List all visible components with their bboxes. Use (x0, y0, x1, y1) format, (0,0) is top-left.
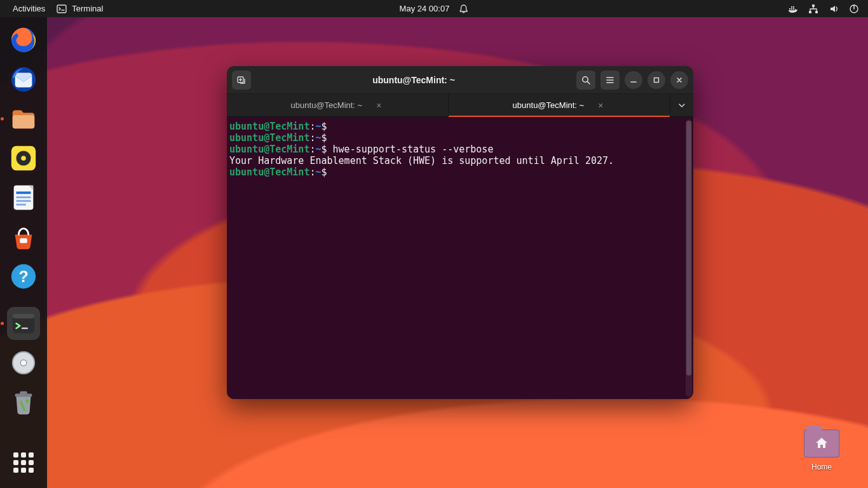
svg-text:?: ? (18, 268, 28, 285)
volume-icon[interactable] (829, 4, 839, 14)
window-title: ubuntu@TecMint: ~ (256, 75, 571, 85)
svg-rect-18 (17, 191, 31, 194)
home-folder-icon (804, 430, 839, 458)
terminal-tabbar: ubuntu@TecMint: ~ × ubuntu@TecMint: ~ × (227, 94, 693, 117)
svg-rect-22 (20, 238, 27, 243)
ubuntu-software-icon (9, 222, 38, 252)
svg-rect-3 (793, 8, 794, 10)
svg-line-36 (587, 81, 590, 84)
trash-icon (9, 388, 38, 417)
thunderbird-icon (9, 65, 38, 94)
terminal-body[interactable]: ubuntu@TecMint:~$ubuntu@TecMint:~$ubuntu… (227, 117, 693, 399)
maximize-button[interactable] (648, 71, 665, 89)
dock-trash[interactable] (7, 386, 40, 419)
dock: ? (0, 17, 47, 488)
power-icon[interactable] (849, 4, 859, 14)
terminal-line: ubuntu@TecMint:~$ (229, 132, 691, 144)
network-wired-icon[interactable] (808, 4, 818, 14)
firefox-icon (9, 25, 38, 55)
focused-app-label: Terminal (72, 4, 103, 13)
svg-rect-1 (789, 8, 790, 10)
terminal-icon (9, 309, 38, 338)
hamburger-menu-button[interactable] (600, 71, 620, 90)
svg-rect-5 (793, 6, 794, 8)
svg-rect-0 (57, 5, 66, 13)
gnome-top-panel: Activities Terminal May 24 00:07 (0, 0, 868, 17)
focused-app-indicator[interactable]: Terminal (57, 4, 103, 14)
apps-grid-icon (13, 452, 34, 473)
close-button[interactable] (670, 71, 688, 89)
minimize-button[interactable] (625, 71, 642, 89)
tab-close-icon[interactable]: × (374, 99, 384, 112)
svg-rect-32 (20, 391, 27, 395)
svg-rect-21 (17, 204, 26, 206)
chevron-down-icon (677, 101, 686, 110)
svg-rect-20 (17, 200, 31, 202)
dock-thunderbird[interactable] (7, 63, 40, 96)
svg-rect-38 (654, 78, 659, 82)
tab-label: ubuntu@TecMint: ~ (513, 100, 585, 110)
dock-ubuntu-software[interactable] (7, 220, 40, 254)
terminal-line: ubuntu@TecMint:~$ hwe-support-status --v… (229, 144, 691, 155)
files-icon (9, 104, 38, 133)
window-titlebar[interactable]: ubuntu@TecMint: ~ (227, 66, 693, 94)
svg-rect-26 (13, 314, 35, 319)
terminal-app-icon (57, 4, 67, 14)
tab-dropdown-button[interactable] (670, 94, 693, 116)
search-button[interactable] (576, 71, 595, 90)
dock-rhythmbox[interactable] (7, 142, 40, 175)
tab-label: ubuntu@TecMint: ~ (291, 100, 363, 110)
dock-firefox[interactable] (7, 24, 40, 57)
dock-help[interactable]: ? (7, 260, 40, 293)
svg-point-30 (20, 360, 27, 366)
svg-point-33 (25, 399, 29, 403)
writer-icon (9, 183, 38, 212)
terminal-tab-1[interactable]: ubuntu@TecMint: ~ × (227, 94, 449, 116)
disk-icon (9, 348, 38, 377)
dock-files[interactable] (7, 102, 40, 135)
svg-rect-6 (812, 4, 815, 7)
svg-rect-4 (791, 6, 792, 8)
dock-terminal[interactable] (7, 307, 40, 340)
notifications-icon[interactable] (458, 4, 468, 14)
svg-point-16 (21, 156, 26, 161)
docker-tray-icon[interactable] (788, 4, 798, 14)
terminal-line: ubuntu@TecMint:~$ (229, 121, 691, 132)
terminal-scrollbar[interactable] (686, 119, 692, 396)
show-applications-button[interactable] (7, 446, 40, 479)
rhythmbox-icon (9, 144, 38, 173)
activities-button[interactable]: Activities (13, 4, 45, 13)
tab-close-icon[interactable]: × (595, 99, 606, 112)
desktop-home-icon[interactable]: Home (799, 430, 844, 471)
help-icon: ? (9, 262, 38, 291)
new-tab-button[interactable] (232, 71, 251, 90)
dock-disk[interactable] (7, 346, 40, 379)
svg-rect-13 (13, 115, 35, 128)
terminal-line: ubuntu@TecMint:~$ (229, 166, 691, 178)
svg-rect-19 (17, 196, 31, 198)
terminal-line: Your Hardware Enablement Stack (HWE) is … (229, 155, 691, 166)
terminal-tab-2[interactable]: ubuntu@TecMint: ~ × (449, 94, 670, 116)
svg-rect-2 (791, 8, 792, 10)
svg-rect-7 (809, 11, 811, 13)
svg-rect-8 (815, 11, 818, 13)
terminal-window: ubuntu@TecMint: ~ ubuntu@TecMint: ~ × ub… (227, 66, 693, 399)
desktop-home-label: Home (811, 463, 832, 471)
dock-writer[interactable] (7, 181, 40, 214)
clock[interactable]: May 24 00:07 (400, 4, 450, 13)
